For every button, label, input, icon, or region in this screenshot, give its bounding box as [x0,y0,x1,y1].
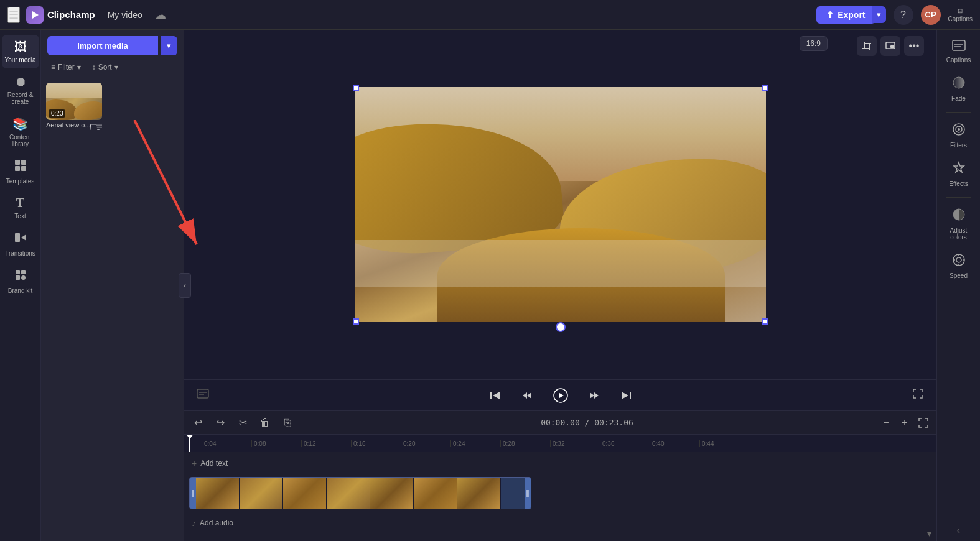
right-tool-filters[interactable]: Filters [940,118,978,154]
timeline-collapse-button[interactable]: ▾ [922,526,936,541]
collapse-right-panel-button[interactable]: ‹ [957,525,960,536]
sidebar-item-label: Brand kit [8,287,32,294]
sort-button[interactable]: ↕ Sort ▾ [88,60,122,74]
media-thumb-item[interactable]: 0:23 Aerial view o... ☞ [46,83,102,130]
right-tool-fade[interactable]: Fade [940,71,978,107]
project-name[interactable]: My video [101,7,149,22]
right-tool-speed[interactable]: Speed [940,248,978,284]
rewind-button[interactable] [516,384,538,407]
import-dropdown-button[interactable]: ▾ [161,36,177,55]
effects-label: Effects [949,180,968,187]
selection-handle-bl[interactable] [353,318,359,325]
export-button[interactable]: ⬆ Export [816,6,875,24]
clip-right-handle[interactable]: ‖ [525,478,531,509]
cloud-save-icon: ☁ [155,8,166,22]
picture-in-picture-button[interactable] [880,36,900,56]
svg-rect-4 [15,166,20,171]
text-icon: T [16,196,24,210]
svg-rect-15 [869,44,870,50]
center-area: 16:9 ••• [184,30,936,541]
play-pause-button[interactable] [548,383,573,408]
svg-rect-13 [864,42,865,48]
sidebar-item-text[interactable]: T Text [2,191,39,224]
video-clip[interactable]: ‖ ‖ [189,477,531,509]
collapse-panel-button[interactable]: ‹ [179,273,191,298]
right-tool-effects[interactable]: Effects [940,156,978,192]
help-button[interactable]: ? [894,5,913,25]
right-sidebar: Captions Fade Filters Effects Adju [936,30,980,541]
right-tool-captions[interactable]: Captions [940,35,978,68]
zoom-out-button[interactable]: − [878,415,894,431]
right-tool-adjust-colors[interactable]: Adjustcolors [940,203,978,246]
zoom-in-button[interactable]: + [897,415,913,431]
mist-layer [355,240,766,287]
media-grid: 0:23 Aerial view o... ☞ [41,78,184,135]
filters-label: Filters [950,142,967,149]
selection-handle-tr[interactable] [762,85,768,91]
more-options-button[interactable]: ••• [904,36,924,56]
export-dropdown-button[interactable]: ▾ [872,6,886,23]
brand-kit-icon [14,268,27,285]
timeline-area: ↩ ↪ ✂ 🗑 ⎘ 00:00.00 / 00:23.06 − + [184,410,936,541]
fit-timeline-button[interactable] [915,415,931,431]
svg-rect-7 [16,270,20,274]
skip-to-end-button[interactable] [615,384,638,407]
svg-marker-35 [954,162,964,172]
sort-label: Sort [98,63,112,72]
filter-button[interactable]: ≡ Filter ▾ [47,60,85,74]
add-audio-label[interactable]: Add audio [200,519,233,527]
sidebar-item-record-create[interactable]: ⏺ Record &create [2,70,39,110]
clip-thumb [327,478,370,509]
playback-controls [184,379,936,410]
copy-button[interactable]: ⎘ [279,414,296,432]
rotation-handle[interactable] [556,322,566,332]
captions-label: Captions [948,16,973,22]
cut-button[interactable]: ✂ [234,414,251,432]
avatar[interactable]: CP [921,5,941,25]
add-text-label[interactable]: Add text [200,459,228,468]
svg-rect-18 [890,45,894,48]
import-btn-row: Import media ▾ [47,36,177,55]
sidebar-item-label: Text [14,213,26,220]
sidebar-item-label: Contentlibrary [9,134,31,147]
skip-to-start-button[interactable] [483,384,506,407]
clip-thumb [196,478,240,509]
timeline-toolbar: ↩ ↪ ✂ 🗑 ⎘ 00:00.00 / 00:23.06 − + [184,411,936,435]
video-frame [355,87,766,322]
captions-preview-button[interactable] [197,389,209,402]
svg-point-38 [956,257,961,262]
svg-rect-16 [865,43,871,44]
fast-forward-button[interactable] [583,384,605,407]
delete-button[interactable]: 🗑 [256,414,274,432]
right-sidebar-divider-2 [946,197,971,198]
sidebar-item-your-media[interactable]: 🖼 Your media [2,35,39,68]
sidebar-item-transitions[interactable]: Transitions [2,226,39,262]
selection-handle-tl[interactable] [353,85,359,91]
hamburger-menu[interactable]: ☰ [7,7,20,23]
fullscreen-button[interactable] [912,387,924,403]
sidebar-item-content-library[interactable]: 📚 Contentlibrary [2,111,39,152]
aspect-ratio-button[interactable]: 16:9 [800,36,828,51]
redo-button[interactable]: ↪ [212,414,229,432]
templates-icon [14,159,27,175]
content-library-icon: 📚 [12,116,28,131]
timeline-playhead[interactable] [189,435,190,452]
audio-track-row: ♪ Add audio [184,512,936,534]
ruler-mark: 0:08 [251,440,301,447]
captions-toggle[interactable]: ⊟ Captions [948,7,973,22]
logo-area: Clipchamp [26,6,95,24]
app-name: Clipchamp [47,9,95,20]
export-upload-icon: ⬆ [826,10,834,20]
svg-marker-1 [32,11,39,19]
selection-handle-br[interactable] [762,318,768,325]
sidebar-item-templates[interactable]: Templates [2,154,39,190]
timeline-ruler: 0:04 0:08 0:12 0:16 0:20 0:24 0:28 0:32 … [184,435,936,452]
clip-left-handle[interactable]: ‖ [190,478,196,509]
sort-icon: ↕ [92,63,96,72]
crop-button[interactable] [857,36,877,56]
sidebar-item-brand-kit[interactable]: Brand kit [2,263,39,299]
add-audio-icon: ♪ [192,518,196,528]
svg-point-34 [958,128,960,131]
import-media-button[interactable]: Import media [47,36,158,55]
undo-button[interactable]: ↩ [189,414,207,432]
